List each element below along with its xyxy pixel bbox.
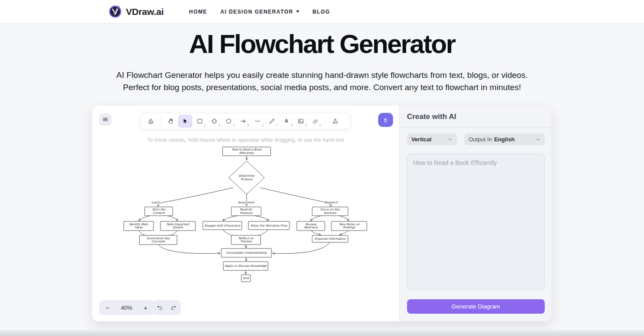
brand-name: VDraw.ai — [126, 7, 164, 17]
svg-text:Research: Research — [324, 201, 338, 204]
image-tool-button[interactable]: 9 — [293, 115, 308, 128]
svg-text:Enjoyment: Enjoyment — [238, 201, 255, 204]
diamond-tool-button[interactable]: 3 — [207, 115, 221, 128]
draw-tool-button[interactable]: 7 — [265, 115, 279, 128]
lock-open-icon — [147, 118, 154, 125]
hamburger-icon — [102, 116, 108, 122]
svg-text:Take Notes on: Take Notes on — [339, 223, 360, 226]
undo-icon — [157, 304, 163, 311]
svg-text:Themes: Themes — [240, 240, 252, 243]
svg-text:Efficiently: Efficiently — [239, 151, 254, 155]
svg-text:Determine: Determine — [239, 174, 255, 178]
text-icon: A — [283, 118, 290, 125]
svg-text:Abstracts: Abstracts — [304, 226, 318, 229]
output-language-select[interactable]: Output In English — [464, 133, 545, 145]
rectangle-tool-button[interactable]: 2 — [192, 115, 207, 128]
nav-item-ai-design-generator[interactable]: AI DESIGN GENERATOR — [220, 9, 299, 15]
arrow-icon — [240, 118, 247, 125]
chevron-down-icon — [448, 137, 453, 142]
eraser-tool-button[interactable]: 0 — [308, 115, 322, 128]
drawing-canvas[interactable]: 1 2 3 4 — [92, 105, 399, 321]
diamond-icon — [211, 118, 218, 125]
svg-text:Summarize Key: Summarize Key — [147, 237, 171, 240]
svg-text:How to Read a Book: How to Read a Book — [232, 148, 262, 151]
zoom-out-button[interactable]: − — [99, 300, 116, 315]
svg-text:A: A — [285, 118, 288, 123]
redo-icon — [170, 304, 177, 311]
tool-toolbar: 1 2 3 4 — [140, 113, 350, 130]
svg-text:Apply or Discuss Knowledge: Apply or Discuss Knowledge — [225, 264, 267, 268]
svg-text:Reflect on: Reflect on — [238, 237, 254, 240]
svg-text:Pleasure: Pleasure — [240, 211, 253, 215]
vdraw-logo-icon — [108, 5, 122, 18]
history-controls — [152, 300, 181, 315]
direction-value: Vertical — [411, 136, 448, 143]
line-tool-button[interactable]: 6 — [250, 115, 265, 128]
shapes-tool-button[interactable] — [328, 115, 342, 128]
redo-button[interactable] — [167, 301, 180, 314]
rectangle-icon — [196, 118, 203, 125]
text-tool-button[interactable]: A 8 — [279, 115, 293, 128]
line-icon — [254, 118, 261, 125]
page-subtitle: AI Flowchart Generator helps you easily … — [0, 69, 644, 94]
lock-tool-button[interactable] — [143, 115, 158, 128]
arrow-tool-button[interactable]: 5 — [236, 115, 250, 128]
selection-tool-button[interactable]: 1 — [178, 115, 192, 128]
panel-selects: Vertical Output In English — [407, 133, 545, 145]
cursor-icon — [182, 118, 189, 125]
svg-text:Identify Main: Identify Main — [129, 223, 149, 226]
menu-button[interactable] — [99, 113, 111, 126]
download-icon — [382, 117, 389, 123]
output-value: English — [494, 136, 515, 143]
top-navbar: VDraw.ai HOME AI DESIGN GENERATOR BLOG — [0, 0, 644, 23]
svg-text:Note Important: Note Important — [167, 223, 190, 226]
svg-text:Sections: Sections — [324, 211, 337, 215]
svg-text:Findings: Findings — [343, 226, 355, 229]
svg-text:Organize Information: Organize Information — [314, 237, 346, 241]
hand-tool-button[interactable] — [164, 115, 178, 128]
ellipse-icon — [225, 118, 232, 125]
download-button[interactable] — [378, 113, 393, 127]
zoom-level[interactable]: 40% — [116, 304, 137, 311]
svg-text:Consolidate Understanding: Consolidate Understanding — [226, 251, 267, 255]
page-bottom-strip — [0, 330, 644, 336]
svg-text:Enjoy the Narrative Flow: Enjoy the Narrative Flow — [251, 224, 288, 228]
panel-title: Create with AI — [400, 105, 551, 128]
undo-button[interactable] — [153, 301, 166, 314]
generator-card: 1 2 3 4 — [92, 105, 552, 322]
zoom-in-button[interactable]: + — [137, 300, 154, 315]
page-title: AI Flowchart Generator — [0, 29, 644, 59]
generate-diagram-button[interactable]: Generate Diagram — [407, 299, 545, 314]
nav-item-blog[interactable]: BLOG — [313, 9, 330, 15]
nav-links: HOME AI DESIGN GENERATOR BLOG — [189, 9, 330, 15]
svg-text:Purpose: Purpose — [240, 178, 253, 181]
output-label: Output In — [469, 136, 492, 143]
svg-text:Content: Content — [153, 211, 165, 215]
canvas-flowchart[interactable]: How to Read a BookEfficientlyDeterminePu… — [123, 145, 372, 289]
svg-text:Skim the: Skim the — [152, 208, 166, 211]
create-with-ai-panel: Create with AI Vertical Output In Englis… — [399, 105, 551, 321]
direction-select[interactable]: Vertical — [407, 133, 457, 145]
svg-text:End: End — [243, 276, 249, 280]
zoom-controls: − 40% + — [99, 300, 154, 315]
toolbar-divider — [160, 116, 161, 126]
image-icon — [297, 118, 304, 125]
svg-text:Read for: Read for — [240, 208, 253, 211]
prompt-input[interactable] — [407, 154, 545, 290]
ellipse-tool-button[interactable]: 4 — [221, 115, 236, 128]
eraser-icon — [312, 118, 319, 125]
subtitle-line-2: Perfect for blog posts, presentations, s… — [0, 81, 644, 94]
pencil-icon — [268, 118, 275, 125]
brand-logo[interactable]: VDraw.ai — [108, 5, 164, 18]
subtitle-line-1: AI Flowchart Generator helps you easily … — [0, 69, 644, 81]
nav-item-home[interactable]: HOME — [189, 9, 207, 15]
toolbar-divider — [325, 116, 325, 126]
shapes-icon — [332, 118, 339, 125]
chevron-down-icon — [296, 10, 299, 13]
chevron-down-icon — [536, 137, 540, 142]
svg-text:Review: Review — [306, 223, 317, 226]
svg-text:Learn: Learn — [152, 201, 160, 204]
svg-text:Focus on Key: Focus on Key — [320, 208, 340, 211]
svg-text:Concepts: Concepts — [151, 240, 165, 243]
svg-text:Ideas: Ideas — [135, 226, 143, 229]
